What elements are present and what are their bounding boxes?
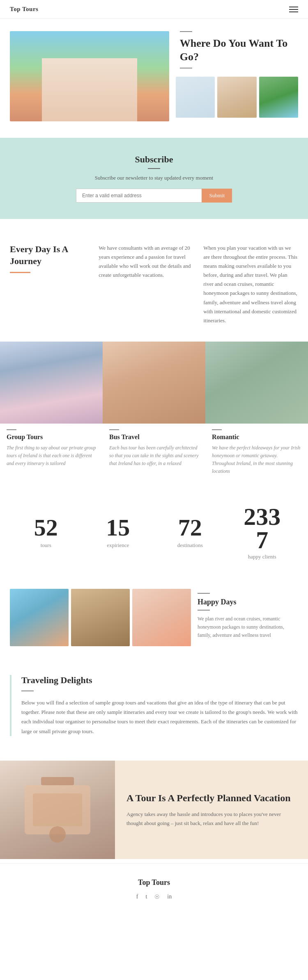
tour-desc-1: The first thing to say about our private… (7, 444, 96, 468)
social-linkedin[interactable]: in (167, 893, 172, 900)
subscribe-section: Subscribe Subscribe our newsletter to st… (0, 138, 308, 219)
footer: Top Tours f t ☉ in (0, 863, 308, 910)
navbar: Top Tours (0, 0, 308, 19)
tour-content-1: Group Tours The first thing to say about… (0, 424, 103, 476)
happy-photo-2 (71, 589, 130, 646)
hero-text-block: Where Do You Want To Go? (176, 31, 298, 74)
happy-photo-3 (132, 589, 191, 646)
tour-desc-2: Each bus tour has been carefully archite… (109, 444, 199, 468)
tour-name-3: Romantic (212, 433, 301, 441)
stat-experience-label: expirience (82, 542, 154, 549)
vacation-image (0, 761, 115, 859)
tour-image-2 (103, 342, 205, 424)
happy-photo-1 (10, 589, 69, 646)
stat-tours-label: tours (10, 542, 82, 549)
tour-name-2: Bus Travel (109, 433, 199, 441)
footer-logo: Top Tours (10, 878, 298, 887)
happy-photos-row (10, 589, 191, 646)
vacation-description: Agency takes away the hassle and introdu… (126, 810, 297, 828)
vacation-image-svg (0, 761, 115, 859)
subscribe-divider (148, 168, 160, 169)
stats-section: 52 tours 15 expirience 72 destinations 2… (0, 484, 308, 581)
hero-divider-top (180, 31, 192, 32)
delights-description: Below you will find a selection of sampl… (21, 698, 298, 736)
hero-divider-bottom (180, 68, 192, 68)
hero-main-image-container (10, 31, 169, 121)
stat-experience-number: 15 (82, 516, 154, 540)
hero-right-content: Where Do You Want To Go? (176, 31, 298, 121)
happy-text-block: Happy Days We plan river and ocean cruis… (198, 589, 298, 644)
stat-clients-number-bottom: 7 (226, 529, 299, 551)
tour-divider-3 (212, 429, 222, 430)
hamburger-line-2 (289, 9, 298, 10)
stat-destinations: 72 destinations (154, 516, 226, 549)
happy-description: We plan river and ocean cruises, romanti… (198, 615, 298, 640)
journey-left-col: Every Day Is A Journey (10, 244, 89, 325)
journey-mid-col: We have consultants with an average of 2… (99, 244, 193, 325)
happy-divider-top (198, 593, 210, 594)
hero-thumb-2 (217, 77, 256, 118)
happy-title: Happy Days (198, 598, 298, 606)
tour-card-2: Bus Travel Each bus tour has been carefu… (103, 342, 205, 484)
delights-section: Traveling Delights Below you will find a… (0, 654, 308, 757)
nav-logo: Top Tours (10, 6, 38, 13)
tour-divider-1 (7, 429, 16, 430)
delights-divider (21, 691, 34, 691)
stat-experience: 15 expirience (82, 516, 154, 549)
tour-card-1: Group Tours The first thing to say about… (0, 342, 103, 484)
hero-title: Where Do You Want To Go? (180, 37, 298, 64)
footer-social-links: f t ☉ in (10, 893, 298, 900)
svg-rect-3 (41, 777, 74, 785)
delights-content: Traveling Delights Below you will find a… (21, 675, 298, 736)
tour-image-1 (0, 342, 103, 424)
tour-content-2: Bus Travel Each bus tour has been carefu… (103, 424, 205, 476)
tour-image-3 (205, 342, 308, 424)
tour-divider-2 (109, 429, 119, 430)
stat-clients-number-top: 233 (226, 504, 299, 529)
tour-name-1: Group Tours (7, 433, 96, 441)
hero-main-image (10, 31, 169, 121)
vacation-section: A Tour Is A Perfectly Planned Vacation A… (0, 761, 308, 859)
stat-destinations-label: destinations (154, 542, 226, 549)
vacation-content: A Tour Is A Perfectly Planned Vacation A… (115, 761, 308, 859)
hero-thumb-3 (259, 77, 298, 118)
delights-accent-bar (10, 675, 11, 736)
happy-section: Happy Days We plan river and ocean cruis… (0, 581, 308, 654)
stat-tours-number: 52 (10, 516, 82, 540)
stat-tours: 52 tours (10, 516, 82, 549)
hamburger-line-1 (289, 7, 298, 7)
journey-section: Every Day Is A Journey We have consultan… (0, 227, 308, 342)
tour-desc-3: We have the perfect hideaways for your I… (212, 444, 301, 476)
hamburger-menu[interactable] (289, 7, 298, 12)
social-twitter[interactable]: t (145, 893, 147, 900)
hero-thumb-1 (176, 77, 215, 118)
stat-clients-label: happy clients (226, 554, 299, 560)
subscribe-description: Subscribe our newsletter to stay updated… (10, 175, 298, 181)
hero-thumbnail-row (176, 77, 298, 118)
tour-card-3: Romantic We have the perfect hideaways f… (205, 342, 308, 484)
journey-accent-bar (10, 272, 30, 273)
vacation-title: A Tour Is A Perfectly Planned Vacation (126, 792, 297, 804)
tours-grid: Group Tours The first thing to say about… (0, 342, 308, 484)
stat-clients: 233 7 happy clients (226, 504, 299, 560)
journey-title: Every Day Is A Journey (10, 244, 89, 267)
stat-destinations-number: 72 (154, 516, 226, 540)
subscribe-form: Submit (76, 189, 232, 203)
social-instagram[interactable]: ☉ (154, 893, 160, 900)
hamburger-line-3 (289, 11, 298, 12)
happy-divider-bottom (198, 610, 210, 611)
subscribe-title: Subscribe (10, 154, 298, 165)
email-input[interactable] (76, 189, 202, 203)
tour-content-3: Romantic We have the perfect hideaways f… (205, 424, 308, 484)
delights-title: Traveling Delights (21, 675, 298, 686)
svg-rect-1 (33, 793, 82, 826)
social-facebook[interactable]: f (136, 893, 138, 900)
hero-section: Where Do You Want To Go? (0, 19, 308, 130)
svg-point-2 (49, 826, 66, 843)
subscribe-button[interactable]: Submit (202, 189, 232, 203)
journey-right-col: When you plan your vacation with us we a… (203, 244, 298, 325)
